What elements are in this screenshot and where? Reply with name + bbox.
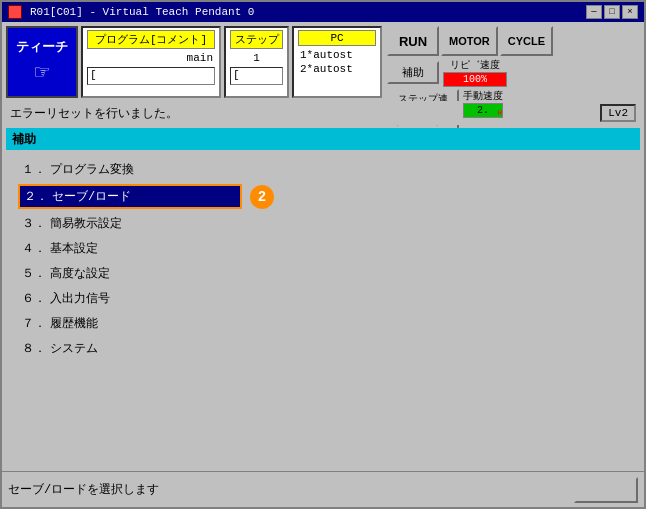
menu-item-3[interactable]: ３． 簡易教示設定 [18, 213, 628, 234]
menu-item-7-number: ７． [22, 315, 46, 332]
menu-list: １． プログラム変換 ２． セーブ/ロード 2 ３． 簡易教示設定 [6, 153, 640, 467]
close-button[interactable]: × [622, 5, 638, 19]
top-row: ティーチ ☞ プログラム[コメント] main [ ステップ 1 [ PC 1*… [6, 26, 640, 98]
teach-button[interactable]: ティーチ ☞ [6, 26, 78, 98]
program-bracket: [ [87, 67, 215, 85]
menu-item-1-number: １． [22, 161, 46, 178]
menu-item-8-number: ８． [22, 340, 46, 357]
speed-section: リピ゛速度 100% [443, 58, 507, 87]
title-bar: R01[C01] - Virtual Teach Pendant 0 ─ □ × [2, 2, 644, 22]
title-bar-controls: ─ □ × [586, 5, 638, 19]
title-text: R01[C01] - Virtual Teach Pendant 0 [30, 6, 254, 18]
status-text: セーブ/ロードを選択します [8, 481, 159, 498]
hand-icon: ☞ [35, 58, 49, 87]
step-bracket: [ [230, 67, 283, 85]
minimize-button[interactable]: ─ [586, 5, 602, 19]
menu-item-1[interactable]: １． プログラム変換 [18, 159, 628, 180]
menu-item-6-number: ６． [22, 290, 46, 307]
motor-button[interactable]: MOTOR [441, 26, 498, 56]
menu-item-5-label: 高度な設定 [50, 265, 110, 282]
pc-label: PC [298, 30, 376, 46]
circle-2-badge: 2 [250, 185, 274, 209]
step-label: ステップ [230, 30, 283, 49]
app-icon [8, 5, 22, 19]
menu-item-2-container: ２． セーブ/ロード 2 [18, 184, 628, 209]
status-row: エラーリセットを行いました。 Lv2 [6, 101, 640, 125]
cycle-button[interactable]: CYCLE [500, 26, 553, 56]
menu-item-5-number: ５． [22, 265, 46, 282]
menu-item-3-number: ３． [22, 215, 46, 232]
app-window: R01[C01] - Virtual Teach Pendant 0 ─ □ ×… [0, 0, 646, 509]
menu-item-7[interactable]: ７． 履歴機能 [18, 313, 628, 334]
manual-speed-h: H [497, 108, 502, 117]
menu-item-4-number: ４． [22, 240, 46, 257]
menu-item-2-highlight: ２． セーブ/ロード [18, 184, 242, 209]
hojo-section-label: 補助 [12, 131, 36, 148]
menu-item-4[interactable]: ４． 基本設定 [18, 238, 628, 259]
hojo-section-header: 補助 [6, 128, 640, 150]
speed-bar: 100% [443, 72, 507, 87]
maximize-button[interactable]: □ [604, 5, 620, 19]
lv2-badge: Lv2 [600, 104, 636, 122]
pc-box: PC 1*autost 2*autost [292, 26, 382, 98]
program-value: main [87, 51, 215, 65]
run-motor-cycle-row: RUN MOTOR CYCLE [387, 26, 553, 56]
menu-item-4-label: 基本設定 [50, 240, 98, 257]
menu-item-6-label: 入出力信号 [50, 290, 110, 307]
ok-button[interactable] [574, 477, 638, 503]
menu-item-2-number: ２． [24, 188, 48, 205]
menu-item-8[interactable]: ８． システム [18, 338, 628, 359]
menu-item-8-label: システム [50, 340, 98, 357]
step-box: ステップ 1 [ [224, 26, 289, 98]
menu-item-7-label: 履歴機能 [50, 315, 98, 332]
bottom-bar: セーブ/ロードを選択します [2, 471, 644, 507]
manual-speed-bar: 2. H [463, 103, 503, 118]
step-value: 1 [230, 51, 283, 65]
pc-line2: 2*autost [298, 62, 376, 76]
main-content: ティーチ ☞ プログラム[コメント] main [ ステップ 1 [ PC 1*… [2, 22, 644, 471]
program-box: プログラム[コメント] main [ [81, 26, 221, 98]
hojo-button[interactable]: 補助 [387, 61, 439, 84]
manual-speed-value: 2. [477, 105, 489, 116]
run-button[interactable]: RUN [387, 26, 439, 56]
program-label: プログラム[コメント] [87, 30, 215, 49]
pc-line1: 1*autost [298, 48, 376, 62]
menu-item-3-label: 簡易教示設定 [50, 215, 122, 232]
aux-speed-row: 補助 リピ゛速度 100% [387, 58, 553, 87]
speed-label: リピ゛速度 [450, 58, 500, 72]
menu-item-5[interactable]: ５． 高度な設定 [18, 263, 628, 284]
menu-item-1-label: プログラム変換 [50, 161, 134, 178]
menu-item-2-label: セーブ/ロード [52, 188, 131, 205]
right-buttons: RUN MOTOR CYCLE 補助 リピ゛速度 100% ステップ連 リピ゛ー… [387, 26, 553, 98]
menu-item-6[interactable]: ６． 入出力信号 [18, 288, 628, 309]
error-message: エラーリセットを行いました。 [10, 105, 178, 122]
teach-label: ティーチ [16, 38, 68, 56]
title-bar-left: R01[C01] - Virtual Teach Pendant 0 [8, 5, 254, 19]
menu-item-2[interactable]: ２． セーブ/ロード [20, 186, 240, 207]
